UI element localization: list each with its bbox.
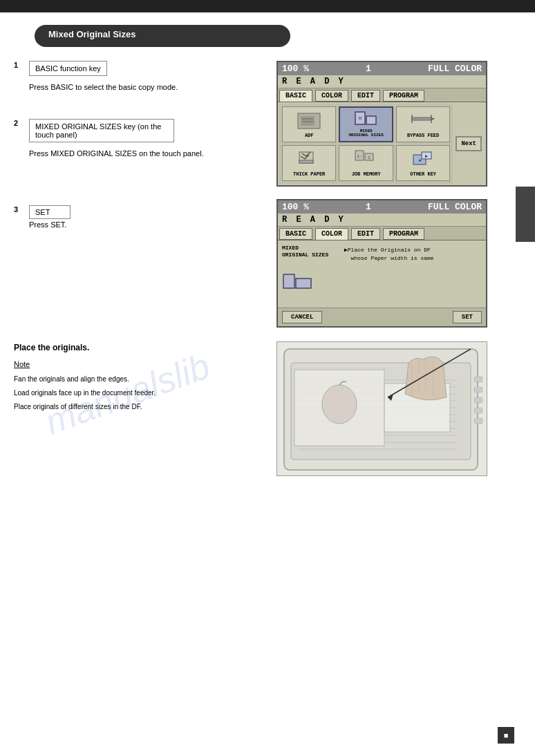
bypass-feed-icon (411, 111, 435, 131)
lcd2-content: MIXEDORIGINAL SIZES ▶Place the Originals… (278, 240, 486, 308)
lcd-screen-2: 100 % 1 FULL COLOR R E A D Y BASIC COLOR… (276, 199, 487, 328)
svg-rect-43 (474, 397, 482, 403)
lcd2-content-title: MIXEDORIGINAL SIZES (282, 245, 344, 259)
right-column: 100 % 1 FULL COLOR R E A D Y BASIC COLOR… (276, 54, 521, 328)
lcd1-copies: 1 (366, 64, 371, 74)
bottom-title: Place the originals. (14, 341, 270, 355)
lcd2-mixed-icon (282, 273, 314, 301)
top-bar (0, 0, 535, 12)
scanner-svg (277, 342, 487, 476)
lcd2-icon-area (282, 273, 344, 303)
lcd2-tab-color[interactable]: COLOR (315, 228, 348, 240)
left-column: 1 BASIC function key Press BASIC to sele… (14, 54, 276, 328)
svg-rect-22 (296, 278, 311, 288)
svg-text:M: M (359, 116, 362, 122)
bottom-left-text: Place the originals. Note Fan the origin… (14, 341, 276, 476)
svg-point-38 (322, 385, 357, 424)
svg-rect-42 (474, 387, 482, 393)
step2-num: 2 (14, 119, 24, 127)
lcd2-tab-program[interactable]: PROGRAM (383, 228, 424, 240)
mixed-original-icon: M (354, 111, 379, 128)
lcd1-icons-grid: ADF M MIXEDORIGINAL SIZES (279, 104, 453, 184)
note-underline: Note (14, 360, 30, 368)
lcd2-tab-edit[interactable]: EDIT (351, 228, 380, 240)
lcd2-header: 100 % 1 FULL COLOR (278, 200, 486, 214)
bottom-note-3: Place originals of different sizes in th… (14, 401, 270, 413)
svg-text:1→: 1→ (357, 154, 362, 159)
lcd1-icon-adf-label: ADF (305, 133, 314, 138)
lcd2-set-btn[interactable]: SET (453, 311, 482, 323)
svg-rect-12 (299, 160, 313, 163)
lcd1-header: 100 % 1 FULL COLOR (278, 62, 486, 75)
step2-desc: Press MIXED ORIGINAL SIZES on the touch … (29, 148, 204, 160)
lcd1-icon-job-label: JOB MEMORY (352, 171, 381, 177)
lcd1-tabs: BASIC COLOR EDIT PROGRAM (278, 88, 486, 102)
lcd1-icon-mixed[interactable]: M MIXEDORIGINAL SIZES (339, 106, 393, 142)
lcd2-cancel-btn[interactable]: CANCEL (282, 311, 322, 323)
main-content: 1 BASIC function key Press BASIC to sele… (0, 54, 535, 328)
lcd1-tab-color[interactable]: COLOR (315, 90, 348, 102)
lcd1-icon-other-label: OTHER KEY (410, 171, 436, 177)
lcd1-mode: FULL COLOR (428, 64, 482, 74)
step3-desc: Press SET. (29, 219, 71, 231)
lcd1-icon-bypass-label: BYPASS FEED (407, 133, 439, 138)
svg-text:2: 2 (368, 155, 370, 160)
lcd2-buttons: CANCEL SET (278, 308, 486, 326)
lcd2-content-text: ▶Place the Originals on DF whose Paper w… (344, 245, 434, 303)
lcd1-icon-job[interactable]: 1→ 2 JOB MEMORY (339, 145, 393, 181)
step1-num: 1 (14, 61, 24, 69)
lcd2-tabs: BASIC COLOR EDIT PROGRAM (278, 227, 486, 240)
other-key-icon: ◀ ▶ (411, 149, 435, 170)
lcd2-zoom: 100 % (282, 202, 309, 212)
section-header: Mixed Original Sizes (35, 25, 290, 47)
svg-rect-7 (412, 117, 431, 120)
lcd2-mode: FULL COLOR (428, 202, 482, 212)
lcd2-status: R E A D Y (278, 214, 486, 227)
thick-paper-icon (297, 149, 321, 170)
bottom-note-2: Load originals face up in the document f… (14, 388, 270, 399)
lcd1-icon-thick-label: THICK PAPER (293, 171, 325, 177)
step3-num: 3 (14, 205, 24, 214)
page-number: ■ (498, 727, 514, 744)
lcd1-zoom: 100 % (282, 64, 309, 74)
lcd2-tab-basic[interactable]: BASIC (279, 228, 312, 240)
lcd1-icon-thick[interactable]: THICK PAPER (282, 145, 336, 181)
svg-rect-45 (474, 418, 482, 424)
step1-desc: Press BASIC to select the basic copy mod… (29, 82, 178, 94)
lcd1-tab-edit[interactable]: EDIT (351, 90, 380, 102)
lcd1-icon-adf[interactable]: ADF (282, 106, 336, 142)
adf-icon (297, 111, 321, 131)
lcd1-icon-other[interactable]: ◀ ▶ OTHER KEY (396, 145, 450, 181)
bottom-note-1: Fan the originals and align the edges. (14, 374, 270, 385)
svg-rect-21 (283, 274, 294, 288)
bottom-note-label: Note (14, 359, 270, 371)
lcd1-icon-bypass[interactable]: BYPASS FEED (396, 106, 450, 142)
lcd1-tab-basic[interactable]: BASIC (279, 90, 312, 102)
step3-box: SET (29, 205, 71, 219)
svg-rect-44 (474, 408, 482, 413)
lcd1-next-btn[interactable]: Next (456, 136, 482, 151)
job-memory-icon: 1→ 2 (354, 149, 379, 170)
bottom-right (276, 341, 521, 476)
lcd2-copies: 1 (366, 202, 371, 212)
svg-rect-41 (474, 377, 482, 382)
right-side-tab (516, 187, 535, 242)
svg-rect-5 (366, 116, 376, 124)
bottom-section: Place the originals. Note Fan the origin… (0, 341, 535, 476)
lcd2-content-title-area: MIXEDORIGINAL SIZES (282, 245, 344, 303)
lcd1-icon-mixed-label: MIXEDORIGINAL SIZES (348, 129, 383, 138)
step1-box: BASIC function key (29, 61, 107, 76)
lcd-screen-1: 100 % 1 FULL COLOR R E A D Y BASIC COLOR… (276, 61, 487, 187)
scanner-illustration (276, 341, 487, 476)
step2-box: MIXED ORIGINAL SIZES key (on the touch p… (29, 119, 174, 142)
svg-rect-1 (301, 116, 315, 126)
lcd1-status: R E A D Y (278, 75, 486, 88)
lcd1-tab-program[interactable]: PROGRAM (383, 90, 424, 102)
